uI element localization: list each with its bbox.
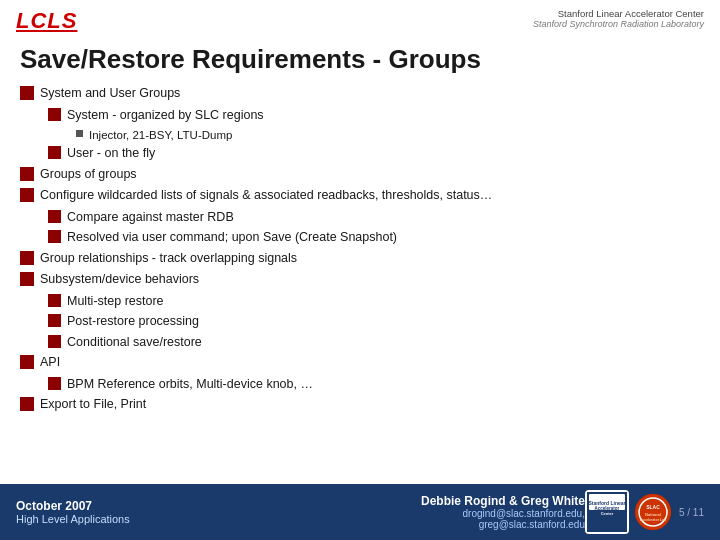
sub-bullet-icon-3-2 — [48, 230, 61, 243]
footer-right-group: Debbie Rogind & Greg White drogind@slac.… — [421, 490, 704, 534]
footer-right: Debbie Rogind & Greg White drogind@slac.… — [421, 494, 585, 530]
sub-bullet-3-1: Compare against master RDB — [20, 209, 700, 227]
svg-text:National: National — [645, 512, 661, 517]
bullet-icon-2 — [20, 167, 34, 181]
footer-name: Debbie Rogind & Greg White — [421, 494, 585, 508]
slide-title: Save/Restore Requirements - Groups — [0, 38, 720, 83]
bullet-text-2: Groups of groups — [40, 166, 137, 184]
footer: October 2007 High Level Applications Deb… — [0, 484, 720, 540]
logo-area: LCLS — [16, 8, 77, 34]
sub-bullet-icon-1-1 — [48, 108, 61, 121]
bullet-icon-3 — [20, 188, 34, 202]
bullet-3: Configure wildcarded lists of signals & … — [20, 187, 700, 205]
slac-logo: SLAC National Accelerator Lab — [635, 494, 671, 530]
bullet-text-6: API — [40, 354, 60, 372]
sub-bullet-icon-6-1 — [48, 377, 61, 390]
bullet-icon-6 — [20, 355, 34, 369]
footer-email2: greg@slac.stanford.edu — [479, 519, 585, 530]
sub-bullet-5-3: Conditional save/restore — [20, 334, 700, 352]
sub-bullet-1-2: User - on the fly — [20, 145, 700, 163]
bullet-text-4: Group relationships - track overlapping … — [40, 250, 297, 268]
bullet-text-5: Subsystem/device behaviors — [40, 271, 199, 289]
sub-bullet-text-1-1: System - organized by SLC regions — [67, 107, 264, 125]
sub-bullet-text-1-2: User - on the fly — [67, 145, 155, 163]
bullet-4: Group relationships - track overlapping … — [20, 250, 700, 268]
sub-bullet-icon-1-2 — [48, 146, 61, 159]
footer-date: October 2007 — [16, 499, 130, 513]
sub-sub-bullet-icon-1-1-1 — [76, 130, 83, 137]
sub-bullet-icon-5-3 — [48, 335, 61, 348]
bullet-icon-7 — [20, 397, 34, 411]
svg-text:SLAC: SLAC — [646, 504, 660, 510]
sub-bullet-text-5-2: Post-restore processing — [67, 313, 199, 331]
bullet-5: Subsystem/device behaviors — [20, 271, 700, 289]
sub-bullet-5-2: Post-restore processing — [20, 313, 700, 331]
bullet-7: Export to File, Print — [20, 396, 700, 414]
sub-bullet-icon-5-1 — [48, 294, 61, 307]
sub-bullet-text-6-1: BPM Reference orbits, Multi-device knob,… — [67, 376, 313, 394]
bullet-text-1: System and User Groups — [40, 85, 180, 103]
footer-badge: Stanford Linear Accelerator Center — [585, 490, 629, 534]
sub-bullet-6-1: BPM Reference orbits, Multi-device knob,… — [20, 376, 700, 394]
bullet-icon-1 — [20, 86, 34, 100]
header-right: Stanford Linear Accelerator Center Stanf… — [533, 8, 704, 29]
sub-bullet-text-3-1: Compare against master RDB — [67, 209, 234, 227]
bullet-icon-5 — [20, 272, 34, 286]
svg-text:Center: Center — [601, 511, 614, 516]
sub-bullet-1-1: System - organized by SLC regions — [20, 107, 700, 125]
sub-bullet-3-2: Resolved via user command; upon Save (Cr… — [20, 229, 700, 247]
org2-label: Stanford Synchrotron Radiation Laborator… — [533, 19, 704, 29]
slide: LCLS Stanford Linear Accelerator Center … — [0, 0, 720, 540]
bullet-icon-4 — [20, 251, 34, 265]
sub-sub-bullet-text-1-1-1: Injector, 21-BSY, LTU-Dump — [89, 127, 232, 143]
sub-bullet-text-5-1: Multi-step restore — [67, 293, 164, 311]
lcls-logo: LCLS — [16, 8, 77, 34]
header: LCLS Stanford Linear Accelerator Center … — [0, 0, 720, 38]
svg-text:Accelerator Lab: Accelerator Lab — [640, 518, 666, 522]
sub-bullet-text-3-2: Resolved via user command; upon Save (Cr… — [67, 229, 397, 247]
bullet-2: Groups of groups — [20, 166, 700, 184]
page-number: 5 / 11 — [679, 507, 704, 518]
bullet-text-3: Configure wildcarded lists of signals & … — [40, 187, 492, 205]
sub-sub-bullet-1-1-1: Injector, 21-BSY, LTU-Dump — [20, 127, 700, 143]
footer-left: October 2007 High Level Applications — [16, 499, 130, 525]
bullet-6: API — [20, 354, 700, 372]
org1-label: Stanford Linear Accelerator Center — [558, 8, 704, 19]
sub-bullet-icon-3-1 — [48, 210, 61, 223]
sub-bullet-5-1: Multi-step restore — [20, 293, 700, 311]
bullet-text-7: Export to File, Print — [40, 396, 146, 414]
sub-bullet-text-5-3: Conditional save/restore — [67, 334, 202, 352]
sub-bullet-icon-5-2 — [48, 314, 61, 327]
footer-email1: drogind@slac.stanford.edu, — [463, 508, 585, 519]
content: System and User Groups System - organize… — [0, 83, 720, 484]
footer-subtitle: High Level Applications — [16, 513, 130, 525]
bullet-1: System and User Groups — [20, 85, 700, 103]
